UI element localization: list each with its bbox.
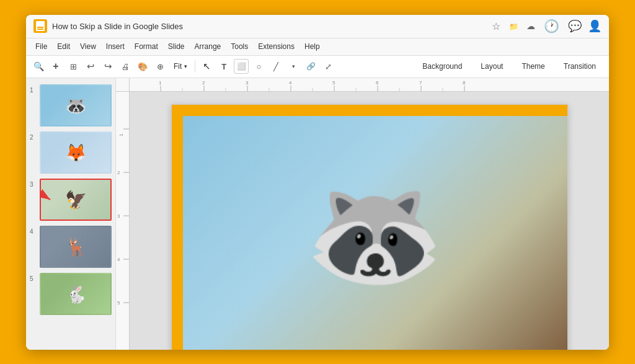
svg-rect-26: [116, 92, 130, 350]
account-icon[interactable]: 👤: [588, 19, 602, 33]
comment-icon[interactable]: 💬: [568, 19, 582, 33]
slide-border-left: [172, 105, 183, 350]
menu-format[interactable]: Format: [130, 41, 162, 52]
ruler-vertical: 1 2 3 4 5: [116, 92, 130, 350]
slide-thumb-5[interactable]: [40, 273, 112, 315]
svg-text:3: 3: [117, 213, 120, 219]
menu-help[interactable]: Help: [300, 41, 324, 52]
add-button[interactable]: +: [48, 59, 63, 74]
paint-format-button[interactable]: 🎨: [135, 59, 150, 74]
menu-edit[interactable]: Edit: [53, 41, 74, 52]
app-icon: [33, 19, 47, 33]
background-button[interactable]: Background: [414, 59, 470, 74]
menu-file[interactable]: File: [31, 41, 51, 52]
select-tool[interactable]: ↖: [199, 59, 214, 74]
slide-num-3: 3: [30, 181, 37, 188]
transition-button[interactable]: Transition: [556, 59, 604, 74]
ruler-h-svg: 1 2 3 4 5 6 7 8: [130, 78, 609, 92]
zoom-percent-button[interactable]: ⊕: [153, 59, 167, 74]
editor-area: 1 2 3 4 5 6 7 8: [116, 78, 609, 350]
menu-arrange[interactable]: Arrange: [190, 41, 226, 52]
fit-label: Fit: [174, 62, 182, 71]
grid-icon[interactable]: ⊞: [66, 59, 81, 74]
slide-num-4: 4: [30, 228, 37, 235]
red-panda-image: 🦝: [305, 179, 445, 290]
slide-num-2: 2: [30, 134, 37, 141]
history-icon[interactable]: 🕐: [544, 19, 559, 33]
svg-text:8: 8: [463, 80, 466, 86]
redo-button[interactable]: ↪: [100, 59, 115, 74]
menu-tools[interactable]: Tools: [226, 41, 252, 52]
ruler-v-svg: 1 2 3 4 5: [116, 92, 130, 350]
slide-panel: 1 2 3: [26, 78, 116, 350]
slide-thumb-3[interactable]: [40, 179, 112, 221]
main-content: 1 2 3: [26, 78, 609, 350]
svg-text:4: 4: [289, 80, 292, 86]
svg-rect-2: [130, 78, 609, 92]
slide-border-top: [172, 105, 567, 116]
arrow-annotation: [40, 179, 63, 211]
slide-thumb-2[interactable]: [40, 131, 112, 174]
ruler-corner: [116, 78, 130, 92]
layout-button[interactable]: Layout: [473, 59, 511, 74]
svg-line-1: [40, 180, 50, 200]
slide-item-3[interactable]: 3: [26, 176, 115, 223]
folder-icon[interactable]: [509, 20, 520, 32]
text-tool[interactable]: T: [216, 59, 231, 74]
fit-dropdown[interactable]: Fit ▾: [170, 61, 191, 72]
svg-text:4: 4: [117, 257, 120, 262]
ruler-horizontal: 1 2 3 4 5 6 7 8: [130, 78, 609, 92]
title-bar: How to Skip a Slide in Google Slides 🕐 💬…: [26, 15, 609, 38]
cloud-icon[interactable]: [526, 20, 538, 32]
slide-item-4[interactable]: 4: [26, 223, 115, 270]
svg-text:5: 5: [117, 300, 120, 306]
slide-num-5: 5: [30, 275, 37, 282]
print-button[interactable]: 🖨: [118, 59, 133, 74]
menu-slide[interactable]: Slide: [164, 41, 189, 52]
menu-insert[interactable]: Insert: [102, 41, 129, 52]
line-dropdown[interactable]: ▾: [286, 59, 301, 74]
slide-workspace: 🦝: [130, 92, 609, 350]
slide-thumb-1[interactable]: [40, 84, 112, 127]
shape-tool[interactable]: ○: [251, 59, 266, 74]
menu-bar: File Edit View Insert Format Slide Arran…: [26, 38, 609, 56]
slide-thumb-4[interactable]: [40, 226, 112, 268]
svg-text:2: 2: [117, 170, 120, 175]
expand-tool[interactable]: ⤢: [321, 59, 335, 74]
svg-text:7: 7: [419, 80, 422, 86]
app-icon-inner: [36, 21, 45, 31]
slide-num-1: 1: [30, 87, 37, 94]
slide-item-1[interactable]: 1: [26, 82, 115, 129]
slide-item-5[interactable]: 5: [26, 270, 115, 317]
slide-image: 🦝: [183, 116, 567, 350]
image-tool[interactable]: ⬜: [234, 59, 249, 74]
slide-page[interactable]: 🦝: [171, 104, 568, 350]
star-icon[interactable]: [492, 20, 503, 32]
window-title: How to Skip a Slide in Google Slides: [52, 22, 487, 31]
svg-text:5: 5: [332, 80, 335, 86]
toolbar: 🔍 + ⊞ ↩ ↪ 🖨 🎨 ⊕ Fit ▾ ↖ T ⬜ ○ ╱ ▾ 🔗 ⤢ Ba…: [26, 56, 609, 78]
svg-text:6: 6: [376, 80, 379, 86]
undo-button[interactable]: ↩: [83, 59, 98, 74]
svg-text:3: 3: [246, 80, 249, 86]
svg-text:1: 1: [118, 133, 124, 136]
menu-extensions[interactable]: Extensions: [254, 41, 299, 52]
menu-view[interactable]: View: [76, 41, 100, 52]
zoom-icon[interactable]: 🔍: [31, 59, 46, 74]
title-icons: 🕐 💬 👤: [492, 19, 602, 33]
svg-text:1: 1: [159, 80, 162, 86]
theme-button[interactable]: Theme: [513, 59, 553, 74]
svg-text:2: 2: [202, 80, 205, 86]
link-tool[interactable]: 🔗: [303, 59, 318, 74]
browser-window: How to Skip a Slide in Google Slides 🕐 💬…: [26, 15, 609, 350]
toolbar-divider-1: [195, 60, 195, 73]
line-tool[interactable]: ╱: [269, 59, 283, 74]
slide-item-2[interactable]: 2: [26, 129, 115, 176]
fit-caret: ▾: [184, 63, 187, 69]
